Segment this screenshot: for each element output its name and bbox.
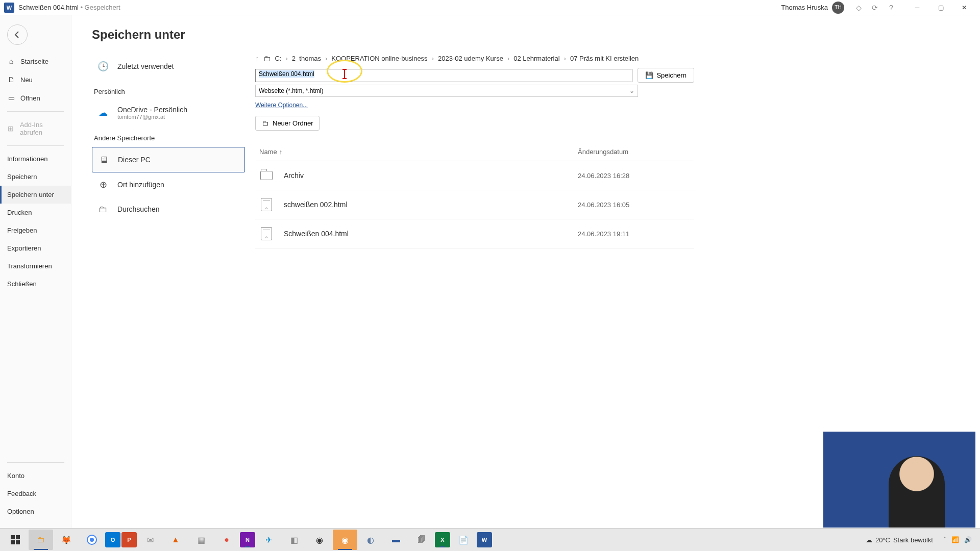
user-avatar[interactable]: TH (832, 2, 844, 14)
crumb-3[interactable]: 2023-02 udemy Kurse (438, 55, 503, 62)
new-folder-icon: 🗀 (262, 119, 268, 127)
column-date[interactable]: Änderungsdatum (578, 148, 690, 156)
more-options-link[interactable]: Weitere Optionen... (255, 102, 308, 109)
nav-startseite[interactable]: ⌂Startseite (0, 52, 71, 70)
sort-asc-icon: ↑ (279, 148, 283, 156)
column-name[interactable]: Name ↑ (259, 148, 578, 156)
start-button[interactable] (3, 530, 28, 550)
tray-volume-icon[interactable]: 🔊 (964, 536, 972, 543)
taskbar-app-9[interactable]: 🗐 (409, 530, 434, 550)
svg-rect-4 (11, 540, 15, 544)
tray-chevron-icon[interactable]: ˄ (943, 536, 946, 543)
html-file-icon: ‹/› (259, 198, 274, 211)
nav-oeffnen[interactable]: ▭Öffnen (0, 89, 71, 107)
crumb-2[interactable]: KOOPERATION online-business (331, 55, 427, 62)
nav-freigeben[interactable]: Freigeben (0, 221, 71, 239)
browse-icon: 🗀 (96, 202, 110, 216)
nav-speichern-unter[interactable]: Speichern unter (0, 186, 71, 204)
taskbar-app-4[interactable]: ◧ (282, 530, 306, 550)
folder-glyph-icon (259, 169, 274, 182)
taskbar-powerpoint[interactable]: P (121, 532, 137, 547)
taskbar-chrome[interactable] (80, 530, 104, 550)
taskbar-onenote[interactable]: N (240, 532, 255, 547)
svg-rect-2 (11, 535, 15, 539)
text-cursor (344, 70, 345, 78)
new-folder-button[interactable]: 🗀 Neuer Ordner (255, 116, 320, 131)
taskbar-app-8[interactable]: ▬ (384, 530, 408, 550)
help-icon[interactable]: ? (885, 2, 897, 14)
taskbar: 🗀 🦊 O P ✉ ▲ ▦ ● N ✈ ◧ ◉ ◉ ◐ ▬ 🗐 X 📄 W ☁ … (0, 528, 980, 551)
locations-panel: 🕒 Zuletzt verwendet Persönlich ☁ OneDriv… (92, 54, 255, 248)
home-icon: ⌂ (7, 57, 15, 65)
filename-input[interactable]: Schweißen 004.html (255, 69, 632, 82)
taskbar-firefox[interactable]: 🦊 (54, 530, 79, 550)
location-onedrive[interactable]: ☁ OneDrive - Persönlich tomtom77@gmx.at (92, 101, 245, 125)
nav-drucken[interactable]: Drucken (0, 204, 71, 221)
up-icon[interactable]: ↑ (255, 54, 259, 63)
nav-addins[interactable]: ⊞Add-Ins abrufen (0, 116, 71, 141)
svg-point-7 (90, 538, 94, 542)
pc-icon: 🖥 (96, 153, 111, 167)
nav-optionen[interactable]: Optionen (0, 503, 71, 520)
nav-konto[interactable]: Konto (0, 467, 71, 485)
new-icon: 🗋 (7, 76, 15, 84)
nav-schliessen[interactable]: Schließen (0, 275, 71, 293)
clock-icon: 🕒 (96, 59, 110, 73)
taskbar-word[interactable]: W (477, 532, 492, 547)
taskbar-app-6[interactable]: ◉ (333, 530, 357, 550)
crumb-4[interactable]: 02 Lehrmaterial (513, 55, 559, 62)
open-icon: ▭ (7, 94, 15, 102)
taskbar-explorer[interactable]: 🗀 (29, 530, 53, 550)
nav-speichern[interactable]: Speichern (0, 168, 71, 186)
diamond-icon[interactable]: ◇ (852, 2, 865, 14)
taskbar-notepad[interactable]: 📄 (451, 530, 476, 550)
taskbar-app-7[interactable]: ◐ (358, 530, 383, 550)
file-row[interactable]: Archiv 24.06.2023 16:28 (255, 161, 694, 190)
taskbar-app-3[interactable]: ● (214, 530, 239, 550)
nav-neu[interactable]: 🗋Neu (0, 70, 71, 89)
titlebar: W Schweißen 004.html • Gespeichert Thoma… (0, 0, 980, 15)
sync-icon[interactable]: ⟳ (869, 2, 881, 14)
taskbar-outlook[interactable]: O (105, 532, 120, 547)
crumb-0[interactable]: C: (275, 55, 282, 62)
backstage-nav: ⌂Startseite 🗋Neu ▭Öffnen ⊞Add-Ins abrufe… (0, 15, 71, 528)
location-browse[interactable]: 🗀 Durchsuchen (92, 197, 245, 221)
taskbar-app-1[interactable]: ✉ (138, 530, 162, 550)
save-icon: 💾 (645, 71, 653, 79)
svg-rect-5 (16, 540, 20, 544)
saved-status: • Gespeichert (79, 4, 120, 11)
weather-icon: ☁ (866, 536, 872, 544)
nav-feedback[interactable]: Feedback (0, 485, 71, 503)
save-button[interactable]: 💾 Speichern (638, 68, 694, 83)
back-button[interactable] (7, 24, 28, 45)
taskbar-telegram[interactable]: ✈ (256, 530, 281, 550)
nav-exportieren[interactable]: Exportieren (0, 239, 71, 257)
nav-transformieren[interactable]: Transformieren (0, 257, 71, 275)
crumb-1[interactable]: 2_thomas (292, 55, 321, 62)
section-personal: Persönlich (94, 88, 245, 95)
system-tray[interactable]: ˄ 📶 🔊 (943, 536, 972, 543)
section-other: Andere Speicherorte (94, 134, 245, 142)
file-row[interactable]: ‹/› schweißen 002.html 24.06.2023 16:05 (255, 190, 694, 219)
document-title: Schweißen 004.html (18, 4, 79, 11)
maximize-button[interactable]: ▢ (929, 0, 952, 15)
filetype-select[interactable]: Webseite (*.htm, *.html) ⌄ (255, 85, 638, 97)
html-file-icon: ‹/› (259, 228, 274, 240)
taskbar-app-5[interactable]: ◉ (307, 530, 332, 550)
location-thispc[interactable]: 🖥 Dieser PC (92, 147, 245, 172)
minimize-button[interactable]: ─ (905, 0, 929, 15)
folder-icon[interactable]: 🗀 (263, 54, 271, 63)
weather-widget[interactable]: ☁ 20°C Stark bewölkt (866, 536, 933, 544)
chevron-down-icon: ⌄ (629, 87, 634, 94)
location-addplace[interactable]: ⊕ Ort hinzufügen (92, 172, 245, 197)
file-row[interactable]: ‹/› Schweißen 004.html 24.06.2023 19:11 (255, 219, 694, 248)
breadcrumb: ↑ 🗀 C:› 2_thomas› KOOPERATION online-bus… (255, 54, 694, 63)
crumb-5[interactable]: 07 Präs mit KI erstellen (570, 55, 639, 62)
taskbar-vlc[interactable]: ▲ (163, 530, 188, 550)
nav-informationen[interactable]: Informationen (0, 150, 71, 168)
close-button[interactable]: ✕ (952, 0, 976, 15)
tray-network-icon[interactable]: 📶 (951, 536, 959, 543)
location-recent[interactable]: 🕒 Zuletzt verwendet (92, 54, 245, 79)
taskbar-excel[interactable]: X (435, 532, 450, 547)
taskbar-app-2[interactable]: ▦ (189, 530, 213, 550)
